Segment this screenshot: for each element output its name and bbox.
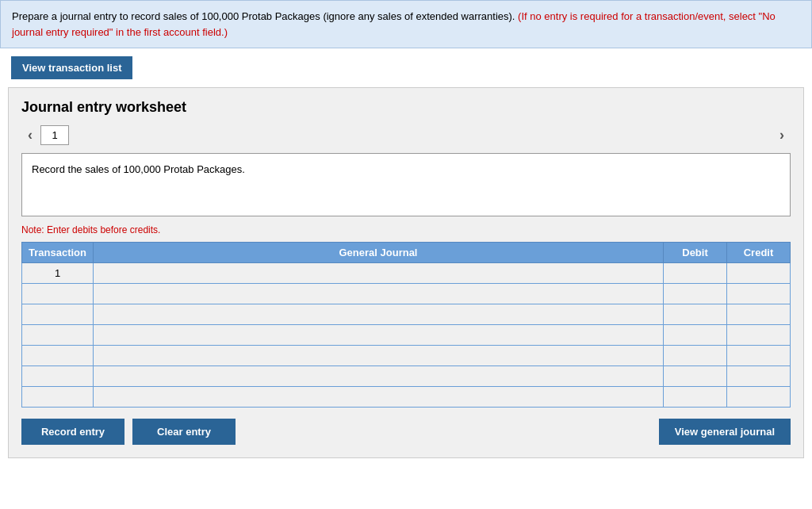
credit-input[interactable] — [727, 387, 790, 407]
general-journal-cell[interactable] — [94, 284, 664, 304]
debit-input[interactable] — [664, 325, 726, 345]
instruction-box: Prepare a journal entry to record sales … — [0, 0, 812, 48]
journal-table: Transaction General Journal Debit Credit… — [21, 242, 791, 408]
general-journal-cell[interactable] — [94, 304, 664, 325]
credit-cell[interactable] — [727, 387, 791, 408]
debit-cell[interactable] — [664, 366, 727, 387]
view-general-journal-button[interactable]: View general journal — [659, 419, 791, 445]
transaction-cell: 1 — [22, 263, 94, 284]
general-journal-cell[interactable] — [94, 346, 664, 366]
tab-number: 1 — [40, 125, 69, 145]
col-header-transaction: Transaction — [22, 243, 94, 263]
credit-input[interactable] — [727, 304, 790, 324]
buttons-row: Record entry Clear entry View general jo… — [21, 419, 791, 445]
credit-cell[interactable] — [727, 366, 791, 387]
description-box: Record the sales of 100,000 Protab Packa… — [21, 153, 791, 216]
credit-cell[interactable] — [727, 304, 791, 325]
note-text: Note: Enter debits before credits. — [21, 224, 791, 235]
view-transaction-button[interactable]: View transaction list — [11, 56, 132, 79]
description-text: Record the sales of 100,000 Protab Packa… — [32, 163, 245, 175]
worksheet-title: Journal entry worksheet — [21, 99, 791, 116]
table-row — [22, 366, 791, 387]
credit-input[interactable] — [727, 346, 790, 365]
debit-input[interactable] — [664, 304, 726, 324]
debit-input[interactable] — [664, 263, 726, 283]
credit-cell[interactable] — [727, 346, 791, 366]
credit-cell[interactable] — [727, 263, 791, 284]
transaction-cell — [22, 366, 94, 387]
worksheet-container: Journal entry worksheet ‹ 1 › Record the… — [8, 87, 804, 458]
nav-right-arrow[interactable]: › — [773, 127, 791, 144]
general-journal-input[interactable] — [94, 346, 663, 365]
general-journal-input[interactable] — [94, 366, 663, 386]
record-entry-button[interactable]: Record entry — [21, 419, 124, 445]
credit-cell[interactable] — [727, 284, 791, 304]
credit-input[interactable] — [727, 263, 790, 283]
transaction-cell — [22, 304, 94, 325]
col-header-general-journal: General Journal — [94, 243, 664, 263]
debit-input[interactable] — [664, 346, 726, 365]
table-row — [22, 387, 791, 408]
general-journal-input[interactable] — [94, 263, 663, 283]
instruction-main-text: Prepare a journal entry to record sales … — [12, 10, 515, 22]
col-header-debit: Debit — [664, 243, 727, 263]
col-header-credit: Credit — [727, 243, 791, 263]
debit-cell[interactable] — [664, 263, 727, 284]
table-row: 1 — [22, 263, 791, 284]
debit-cell[interactable] — [664, 387, 727, 408]
table-row — [22, 325, 791, 346]
general-journal-cell[interactable] — [94, 263, 664, 284]
nav-left-arrow[interactable]: ‹ — [21, 127, 39, 144]
general-journal-cell[interactable] — [94, 366, 664, 387]
table-row — [22, 346, 791, 366]
debit-input[interactable] — [664, 284, 726, 304]
transaction-cell — [22, 387, 94, 408]
debit-input[interactable] — [664, 366, 726, 386]
clear-entry-button[interactable]: Clear entry — [132, 419, 236, 445]
table-row — [22, 304, 791, 325]
credit-cell[interactable] — [727, 325, 791, 346]
debit-cell[interactable] — [664, 325, 727, 346]
transaction-cell — [22, 346, 94, 366]
transaction-cell — [22, 284, 94, 304]
debit-input[interactable] — [664, 387, 726, 407]
credit-input[interactable] — [727, 284, 790, 304]
general-journal-cell[interactable] — [94, 387, 664, 408]
debit-cell[interactable] — [664, 304, 727, 325]
credit-input[interactable] — [727, 325, 790, 345]
debit-cell[interactable] — [664, 346, 727, 366]
transaction-cell — [22, 325, 94, 346]
general-journal-cell[interactable] — [94, 325, 664, 346]
credit-input[interactable] — [727, 366, 790, 386]
debit-cell[interactable] — [664, 284, 727, 304]
general-journal-input[interactable] — [94, 284, 663, 304]
general-journal-input[interactable] — [94, 304, 663, 324]
nav-row: ‹ 1 › — [21, 125, 791, 145]
general-journal-input[interactable] — [94, 325, 663, 345]
table-row — [22, 284, 791, 304]
general-journal-input[interactable] — [94, 387, 663, 407]
